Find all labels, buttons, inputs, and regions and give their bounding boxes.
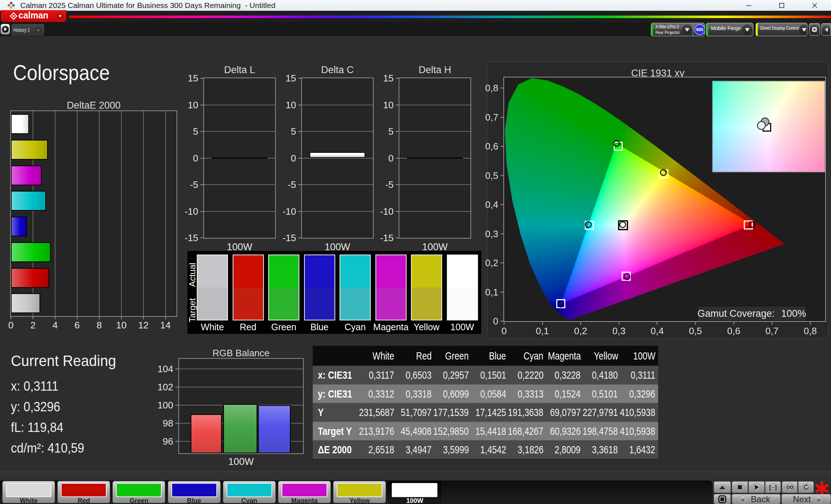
table-header-cyan: Cyan bbox=[524, 346, 544, 366]
next-button[interactable]: Next » bbox=[781, 494, 831, 504]
delta_c-plot-area bbox=[301, 77, 374, 239]
stop-session-button[interactable] bbox=[714, 494, 731, 504]
tick-label: 0 bbox=[0, 320, 22, 330]
patch-button-magenta[interactable]: Magenta bbox=[278, 481, 331, 503]
sidebar-toggle-button[interactable] bbox=[1, 24, 10, 34]
settings-button[interactable] bbox=[809, 23, 820, 36]
add-tab-button[interactable]: + bbox=[32, 24, 44, 36]
patch-button-red[interactable]: Red bbox=[57, 481, 110, 503]
display-control-dropdown[interactable]: Direct Display Control bbox=[756, 23, 807, 36]
deltae-bar-blue bbox=[11, 217, 27, 236]
patch-label: Red bbox=[58, 497, 110, 504]
minimize-button[interactable] bbox=[732, 0, 765, 11]
target-swatch bbox=[340, 287, 370, 320]
patch-button-100w[interactable]: 100W bbox=[388, 481, 441, 503]
grid-line bbox=[179, 369, 303, 369]
patch-button-cyan[interactable]: Cyan bbox=[223, 481, 276, 503]
target-swatch bbox=[198, 287, 227, 320]
tick-mark bbox=[542, 322, 543, 325]
back-button[interactable]: « Back bbox=[732, 494, 781, 504]
patch-label: Blue bbox=[168, 497, 220, 504]
source-dropdown[interactable]: Mobile Forge bbox=[706, 23, 753, 36]
back-button-label: Back bbox=[751, 494, 770, 504]
swatch-column-green bbox=[268, 255, 299, 320]
chevron-down-icon bbox=[682, 25, 692, 34]
collapse-toolbar-button[interactable] bbox=[821, 23, 831, 36]
tick-label: 12 bbox=[133, 320, 154, 330]
tick-mark bbox=[175, 441, 178, 442]
meter-badge[interactable]: 665 bbox=[694, 24, 705, 35]
step-measure-button[interactable]: [··] bbox=[765, 481, 781, 493]
gamut-coverage-text: Gamut Coverage: bbox=[697, 308, 774, 319]
page-title: Colorspace bbox=[13, 60, 110, 85]
app-icon bbox=[7, 1, 15, 9]
tick-label: 4 bbox=[44, 320, 66, 330]
grid-line bbox=[204, 131, 275, 132]
patch-button-green[interactable]: Green bbox=[112, 481, 165, 503]
play-button[interactable] bbox=[748, 481, 765, 493]
loop-measure-button[interactable] bbox=[798, 481, 814, 493]
tick-mark bbox=[500, 88, 503, 88]
tick-mark bbox=[500, 146, 503, 147]
tick-label: 6 bbox=[66, 320, 88, 330]
tick-mark bbox=[500, 204, 503, 205]
stop-button[interactable] bbox=[732, 481, 748, 493]
close-button[interactable] bbox=[798, 0, 831, 11]
expand-panel-button[interactable] bbox=[714, 481, 731, 493]
bracket-icon: [··] bbox=[768, 483, 778, 492]
continuous-measure-button[interactable] bbox=[782, 481, 798, 493]
tab-history-1[interactable]: History 1 bbox=[11, 24, 32, 36]
tick-mark bbox=[396, 78, 399, 79]
table-cell: 0,1524 bbox=[555, 385, 581, 403]
meter-dropdown[interactable]: X-Rite i1Pro 3 Rear Projector 665 bbox=[651, 23, 705, 36]
window-controls bbox=[732, 0, 831, 11]
tick-label: 0,6 bbox=[719, 326, 748, 336]
stop-square-inner bbox=[720, 497, 724, 501]
deltae-bar-red bbox=[11, 268, 49, 288]
patch-button-yellow[interactable]: Yellow bbox=[333, 481, 386, 503]
table-cell: 191,3638 bbox=[508, 403, 544, 422]
tick-mark bbox=[175, 369, 178, 369]
tick-label: -5 bbox=[269, 180, 296, 189]
tick-label: 10 bbox=[171, 100, 198, 110]
tick-label: 0,4 bbox=[643, 326, 672, 336]
table-row: Y231,568751,7097177,153917,1425191,36386… bbox=[313, 403, 658, 422]
tick-label: 100W bbox=[413, 242, 457, 252]
meter-dropdown-label: X-Rite i1Pro 3 Rear Projector bbox=[653, 24, 676, 35]
tick-label: 0,6 bbox=[473, 142, 498, 151]
patch-button-white[interactable]: White bbox=[2, 481, 55, 503]
tick-mark bbox=[298, 184, 301, 185]
chevron-down-icon bbox=[742, 25, 752, 34]
table-cell: 2,6518 bbox=[368, 440, 394, 459]
patch-chip bbox=[282, 483, 327, 497]
tick-mark bbox=[500, 175, 503, 176]
current-reading-title: Current Reading bbox=[11, 352, 116, 370]
tick-label: 0 bbox=[367, 154, 394, 163]
chevrons-left-icon: « bbox=[739, 495, 747, 504]
tick-mark bbox=[396, 184, 399, 185]
tick-mark bbox=[619, 322, 619, 325]
app-window: Calman 2025 Calman Ultimate for Business… bbox=[0, 0, 831, 504]
gear-icon bbox=[810, 25, 819, 34]
grid-line bbox=[77, 111, 78, 316]
gear-glyph bbox=[811, 26, 818, 33]
actual-swatch bbox=[376, 255, 406, 287]
tick-mark bbox=[200, 78, 203, 79]
calman-logo-button[interactable]: calman bbox=[1, 10, 66, 22]
patch-button-blue[interactable]: Blue bbox=[168, 481, 221, 503]
refresh-icon bbox=[801, 483, 811, 492]
table-row-label: Target Y bbox=[318, 422, 352, 441]
actual-swatch bbox=[233, 255, 263, 287]
white-point-inset-canvas bbox=[713, 81, 824, 172]
bottom-bar: WhiteRedGreenBlueCyanMagentaYellow100W [… bbox=[0, 471, 831, 504]
grid-line bbox=[165, 111, 166, 316]
tick-label: 5 bbox=[269, 127, 296, 136]
grid-line bbox=[55, 111, 55, 316]
deltae-bar-cyan bbox=[11, 191, 46, 211]
table-cell: 51,7097 bbox=[401, 403, 432, 422]
table-cell: 3,3618 bbox=[592, 440, 618, 459]
maximize-button[interactable] bbox=[765, 0, 798, 11]
logo-menu-caret-icon[interactable] bbox=[57, 13, 63, 19]
table-header-magenta: Magenta bbox=[548, 346, 581, 366]
tick-mark bbox=[11, 317, 11, 319]
